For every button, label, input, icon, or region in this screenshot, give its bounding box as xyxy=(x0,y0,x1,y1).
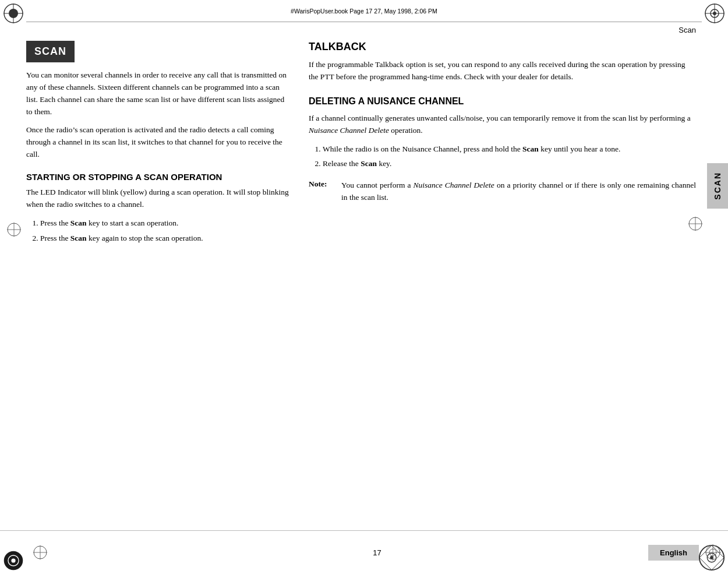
reg-mark-top-left xyxy=(2,2,24,24)
scan-side-tab: SCAN xyxy=(707,163,728,209)
page-container: #WarisPopUser.book Page 17 27, May 1998,… xyxy=(0,0,728,574)
scan-key-bold-1: Scan xyxy=(70,219,87,227)
starting-para-1: The LED Indicator will blink (yellow) du… xyxy=(26,186,291,211)
footer-left xyxy=(0,544,204,561)
deleting-step-2: Release the Scan key. xyxy=(323,157,696,170)
deleting-para: If a channel continually generates unwan… xyxy=(309,112,696,137)
scan-tab-label: SCAN xyxy=(713,172,722,200)
deleting-para-text: If a channel continually generates unwan… xyxy=(309,114,691,122)
del-step2-cont: key. xyxy=(377,159,391,168)
header-bar: #WarisPopUser.book Page 17 27, May 1998,… xyxy=(26,0,702,22)
note-block: Note: You cannot perform a Nui­sance Cha… xyxy=(309,179,696,204)
page-title-top: Scan xyxy=(678,26,696,34)
footer-bar: 17 English xyxy=(0,530,728,574)
footer-right-inner: English xyxy=(648,543,722,562)
nuisance-channel-italic: Nuisance Channel Delete xyxy=(309,126,389,135)
starting-steps: Press the Scan key to start a scan opera… xyxy=(26,217,291,244)
talkback-para: If the programmable Talkback option is s… xyxy=(309,59,696,83)
starting-step-2: Press the Scan key again to stop the sca… xyxy=(40,232,291,245)
right-column: TALKBACK If the programmable Talkback op… xyxy=(309,41,696,204)
scan-para-1: You can monitor several channels in orde… xyxy=(26,69,291,118)
footer-center: 17 xyxy=(204,548,550,557)
deleting-steps: While the radio is on the Nuisance Chann… xyxy=(309,143,696,170)
english-label: English xyxy=(648,545,699,561)
note-label: Note: xyxy=(309,179,337,204)
scan-heading-box: SCAN xyxy=(26,41,291,69)
del-step1-cont: key until you hear a tone. xyxy=(539,145,621,153)
scan-heading: SCAN xyxy=(26,41,75,62)
header-book-info: #WarisPopUser.book Page 17 27, May 1998,… xyxy=(291,8,437,15)
nuisance-italic-note: Nui­sance Channel Delete xyxy=(414,181,494,189)
footer-crosshair-right xyxy=(704,543,722,562)
step1-cont: key to start a scan operation. xyxy=(87,219,179,227)
starting-step-1: Press the Scan key to start a scan opera… xyxy=(40,217,291,230)
footer-crosshair-left xyxy=(32,544,48,561)
step2-cont: key again to stop the scan operation. xyxy=(87,234,203,242)
starting-heading: STARTING OR STOPPING A SCAN OPERATION xyxy=(26,172,291,182)
del-scan-key-bold: Scan xyxy=(522,145,539,153)
del-step1-text: While the radio is on the Nuisance Chann… xyxy=(323,145,522,153)
footer-right: English xyxy=(550,543,728,562)
talkback-heading: TALKBACK xyxy=(309,41,696,53)
crosshair-left-mid xyxy=(6,221,22,238)
deleting-para-cont: operation. xyxy=(389,126,423,135)
scan-para-2: Once the radio’s scan operation is activ… xyxy=(26,124,291,161)
note-text: You cannot perform a Nui­sance Channel D… xyxy=(341,179,696,204)
del-scan-key-bold-2: Scan xyxy=(361,159,377,168)
del-step2-text: Release the xyxy=(323,159,361,168)
deleting-step-1: While the radio is on the Nuisance Chann… xyxy=(323,143,696,156)
scan-key-bold-2: Scan xyxy=(70,234,87,242)
left-column: SCAN You can monitor several channels in… xyxy=(26,41,291,246)
crosshair-right-mid xyxy=(687,216,704,232)
reg-mark-top-right xyxy=(704,2,726,24)
deleting-heading: DELETING A NUISANCE CHANNEL xyxy=(309,96,696,107)
page-number: 17 xyxy=(373,548,381,557)
